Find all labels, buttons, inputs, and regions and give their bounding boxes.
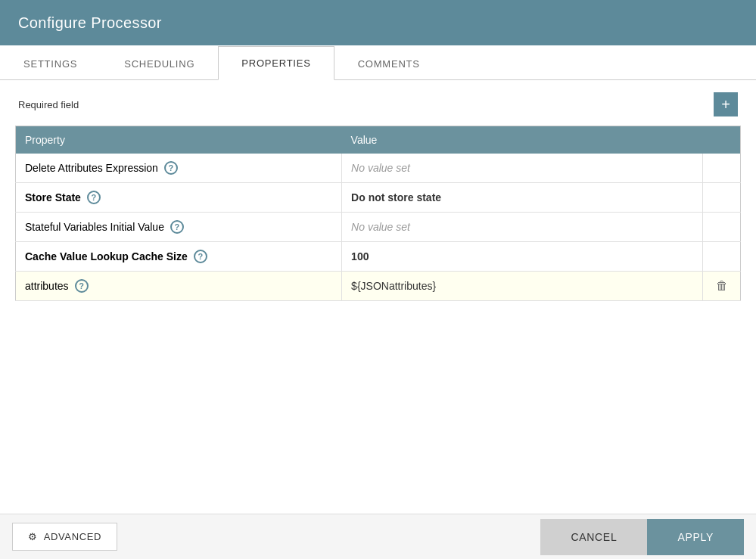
property-name-cell: Cache Value Lookup Cache Size ? [16, 242, 342, 272]
delete-icon[interactable]: 🗑 [716, 279, 728, 292]
dialog-title: Configure Processor [18, 14, 162, 32]
help-icon[interactable]: ? [75, 279, 89, 293]
property-action-cell [703, 183, 741, 213]
add-property-button[interactable]: + [714, 92, 738, 116]
configure-processor-dialog: Configure Processor SETTINGS SCHEDULING … [0, 0, 756, 559]
tab-settings[interactable]: SETTINGS [0, 46, 101, 80]
table-row: Delete Attributes Expression ? No value … [16, 154, 741, 183]
tab-properties[interactable]: PROPERTIES [218, 46, 334, 80]
property-label: Stateful Variables Initial Value [25, 221, 164, 233]
footer-left: ⚙ ADVANCED [12, 523, 117, 551]
gear-icon: ⚙ [28, 531, 38, 542]
property-name-cell: Delete Attributes Expression ? [16, 154, 342, 183]
property-value-cell[interactable]: No value set [342, 154, 703, 183]
help-icon[interactable]: ? [164, 161, 178, 175]
content-area: Required field + Property Value Delete A… [0, 80, 756, 514]
footer-right: CANCEL APPLY [540, 519, 744, 555]
table-body: Delete Attributes Expression ? No value … [16, 154, 741, 301]
column-value: Value [342, 126, 703, 154]
property-label: Cache Value Lookup Cache Size [25, 250, 188, 262]
properties-table: Property Value Delete Attributes Express… [15, 126, 741, 301]
property-label: Store State [25, 191, 81, 203]
property-value-cell[interactable]: No value set [342, 213, 703, 242]
column-property: Property [16, 126, 342, 154]
required-field-row: Required field + [15, 92, 741, 116]
property-value-cell[interactable]: Do not store state [342, 183, 703, 213]
table-row: Stateful Variables Initial Value ? No va… [16, 213, 741, 242]
property-action-cell [703, 154, 741, 183]
property-name-cell: attributes ? [16, 272, 342, 301]
property-value-cell[interactable]: 100 [342, 242, 703, 272]
tab-scheduling[interactable]: SCHEDULING [101, 46, 218, 80]
property-label: Delete Attributes Expression [25, 162, 158, 174]
help-icon[interactable]: ? [194, 250, 207, 263]
dialog-footer: ⚙ ADVANCED CANCEL APPLY [0, 514, 756, 559]
property-name-cell: Stateful Variables Initial Value ? [16, 213, 342, 242]
property-action-cell: 🗑 [703, 272, 741, 301]
table-row: Cache Value Lookup Cache Size ? 100 [16, 242, 741, 272]
table-row: Store State ? Do not store state [16, 183, 741, 213]
tabs-container: SETTINGS SCHEDULING PROPERTIES COMMENTS [0, 45, 756, 80]
required-field-label: Required field [18, 99, 79, 110]
apply-button[interactable]: APPLY [647, 519, 744, 555]
advanced-button[interactable]: ⚙ ADVANCED [12, 523, 117, 551]
help-icon[interactable]: ? [87, 191, 101, 204]
column-action [703, 126, 741, 154]
property-label: attributes [25, 280, 69, 292]
property-value-cell[interactable]: ${JSONattributes} [342, 272, 703, 301]
table-row: attributes ? ${JSONattributes} 🗑 [16, 272, 741, 301]
advanced-label: ADVANCED [44, 531, 101, 542]
cancel-button[interactable]: CANCEL [540, 519, 647, 555]
property-action-cell [703, 242, 741, 272]
table-header: Property Value [16, 126, 741, 154]
dialog-header: Configure Processor [0, 0, 756, 45]
tab-comments[interactable]: COMMENTS [334, 46, 443, 80]
property-name-cell: Store State ? [16, 183, 342, 213]
property-action-cell [703, 213, 741, 242]
help-icon[interactable]: ? [170, 220, 184, 234]
